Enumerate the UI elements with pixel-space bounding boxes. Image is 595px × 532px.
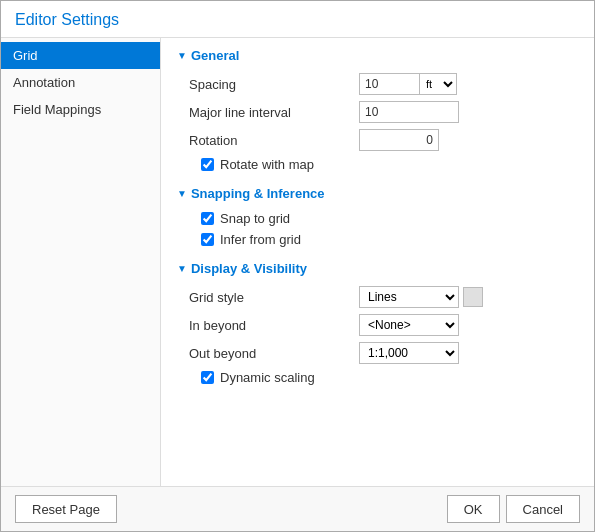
major-line-label: Major line interval (189, 105, 359, 120)
main-content: ▼ General Spacing ft m yd (161, 38, 594, 486)
grid-style-controls: Lines Dots Crosses (359, 286, 483, 308)
rotate-with-map-checkbox[interactable] (201, 158, 214, 171)
footer: Reset Page OK Cancel (1, 486, 594, 531)
grid-style-row: Grid style Lines Dots Crosses (177, 286, 578, 308)
in-beyond-label: In beyond (189, 318, 359, 333)
spacing-unit-select[interactable]: ft m yd (419, 73, 457, 95)
display-section: ▼ Display & Visibility Grid style Lines … (177, 261, 578, 385)
dynamic-scaling-row: Dynamic scaling (177, 370, 578, 385)
spacing-input[interactable] (359, 73, 419, 95)
spacing-label: Spacing (189, 77, 359, 92)
grid-style-select[interactable]: Lines Dots Crosses (359, 286, 459, 308)
rotation-row: Rotation (177, 129, 578, 151)
snapping-section-header: ▼ Snapping & Inference (177, 186, 578, 201)
rotation-label: Rotation (189, 133, 359, 148)
spacing-row: Spacing ft m yd (177, 73, 578, 95)
title-bar: Editor Settings (1, 1, 594, 38)
cancel-button[interactable]: Cancel (506, 495, 580, 523)
grid-style-label: Grid style (189, 290, 359, 305)
snapping-chevron-icon: ▼ (177, 188, 187, 199)
reset-page-button[interactable]: Reset Page (15, 495, 117, 523)
snap-to-grid-label[interactable]: Snap to grid (220, 211, 290, 226)
out-beyond-select[interactable]: <None> 1:100 1:500 1:1,000 1:5,000 (359, 342, 459, 364)
sidebar-item-annotation[interactable]: Annotation (1, 69, 160, 96)
infer-from-grid-row: Infer from grid (177, 232, 578, 247)
in-beyond-row: In beyond <None> 1:100 1:500 1:1,000 (177, 314, 578, 336)
sidebar-item-grid[interactable]: Grid (1, 42, 160, 69)
dynamic-scaling-checkbox[interactable] (201, 371, 214, 384)
sidebar-item-field-mappings[interactable]: Field Mappings (1, 96, 160, 123)
dynamic-scaling-label[interactable]: Dynamic scaling (220, 370, 315, 385)
dialog-body: Grid Annotation Field Mappings ▼ General… (1, 38, 594, 486)
ok-button[interactable]: OK (447, 495, 500, 523)
infer-from-grid-checkbox[interactable] (201, 233, 214, 246)
general-chevron-icon: ▼ (177, 50, 187, 61)
snap-to-grid-checkbox[interactable] (201, 212, 214, 225)
dialog-title: Editor Settings (15, 11, 580, 29)
ok-cancel-group: OK Cancel (447, 495, 580, 523)
spacing-group: ft m yd (359, 73, 457, 95)
display-chevron-icon: ▼ (177, 263, 187, 274)
display-section-header: ▼ Display & Visibility (177, 261, 578, 276)
snap-to-grid-row: Snap to grid (177, 211, 578, 226)
sidebar: Grid Annotation Field Mappings (1, 38, 161, 486)
rotate-with-map-label[interactable]: Rotate with map (220, 157, 314, 172)
major-line-input[interactable] (359, 101, 459, 123)
general-section: ▼ General Spacing ft m yd (177, 48, 578, 172)
infer-from-grid-label[interactable]: Infer from grid (220, 232, 301, 247)
in-beyond-select[interactable]: <None> 1:100 1:500 1:1,000 (359, 314, 459, 336)
editor-settings-dialog: Editor Settings Grid Annotation Field Ma… (0, 0, 595, 532)
rotate-with-map-row: Rotate with map (177, 157, 578, 172)
grid-color-button[interactable] (463, 287, 483, 307)
general-section-header: ▼ General (177, 48, 578, 63)
rotation-input[interactable] (359, 129, 439, 151)
out-beyond-label: Out beyond (189, 346, 359, 361)
major-line-row: Major line interval (177, 101, 578, 123)
out-beyond-row: Out beyond <None> 1:100 1:500 1:1,000 1:… (177, 342, 578, 364)
snapping-section: ▼ Snapping & Inference Snap to grid Infe… (177, 186, 578, 247)
